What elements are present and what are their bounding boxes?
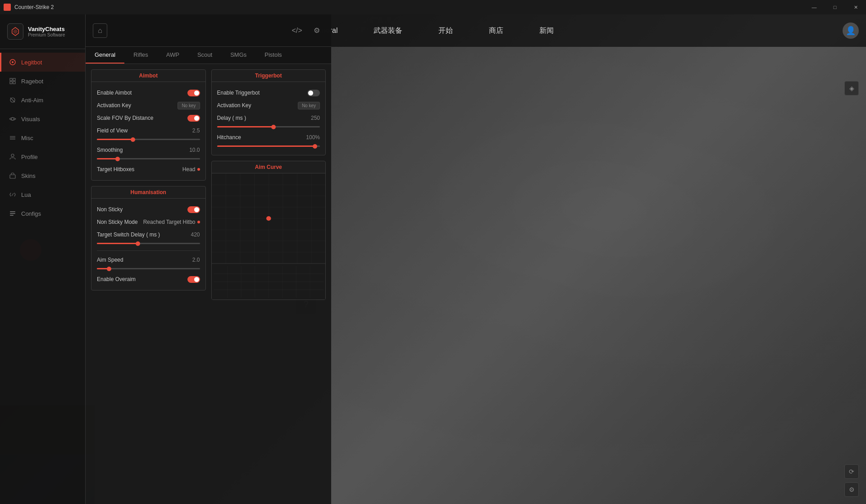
nav-item-start[interactable]: 开始: [438, 26, 453, 36]
activation-key-label: Activation Key: [97, 102, 131, 109]
aim-curve-chart[interactable]: [212, 173, 326, 263]
enable-triggerbot-toggle[interactable]: [307, 90, 320, 96]
sidebar-item-skins[interactable]: Skins: [0, 166, 85, 185]
anti-aim-icon: [9, 96, 17, 104]
lua-icon: [9, 191, 17, 199]
hitchance-slider-fill: [217, 145, 315, 147]
panel-code-button[interactable]: </>: [290, 23, 304, 38]
panel-header-right: </> ⚙: [290, 23, 324, 38]
delay-label: Delay ( ms ): [217, 115, 246, 121]
svg-rect-6: [13, 78, 15, 81]
hitchance-slider-thumb[interactable]: [313, 144, 317, 149]
sidebar-item-visuals[interactable]: Visuals: [0, 109, 85, 128]
toggle-dot-tb: [308, 91, 313, 95]
right-column: Triggerbot Enable Triggerbot Activatio: [211, 69, 326, 499]
smoothing-slider-container: [97, 156, 200, 163]
enable-aimbot-toggle[interactable]: [187, 90, 200, 96]
tb-activation-key-value[interactable]: No key: [298, 102, 320, 109]
close-button[interactable]: ✕: [845, 0, 866, 14]
hitchance-label: Hitchance: [217, 134, 241, 141]
sidebar-item-ragebot[interactable]: Ragebot: [0, 72, 85, 91]
nav-item-shop[interactable]: 商店: [489, 26, 503, 36]
triggerbot-section: Triggerbot Enable Triggerbot Activatio: [211, 69, 326, 155]
sidebar-item-misc[interactable]: Misc: [0, 128, 85, 147]
enable-overaim-label: Enable Overaim: [97, 276, 136, 282]
titlebar: Counter-Strike 2 — □ ✕: [0, 0, 866, 14]
content-area: Aimbot Enable Aimbot Activation Key: [86, 64, 331, 504]
smoothing-label: Smoothing: [97, 147, 123, 153]
sidebar-label-legitbot: Legitbot: [21, 59, 42, 66]
fov-slider-thumb[interactable]: [131, 137, 135, 142]
sidebar-item-lua[interactable]: Lua: [0, 185, 85, 204]
non-sticky-mode-dropdown[interactable]: Reached Target Hitbo: [143, 219, 200, 225]
scale-fov-toggle[interactable]: [187, 115, 200, 122]
activation-key-value[interactable]: No key: [178, 102, 200, 109]
minimize-button[interactable]: —: [804, 0, 825, 14]
target-hitboxes-row: Target Hitboxes Head: [97, 163, 200, 176]
right-icon-1[interactable]: ◈: [844, 81, 859, 95]
avatar-icon[interactable]: 👤: [843, 23, 859, 39]
aim-curve-header: Aim Curve: [212, 161, 326, 173]
sidebar-label-misc: Misc: [21, 135, 33, 141]
toggle-dot-oa: [194, 277, 199, 282]
tab-scout[interactable]: Scout: [188, 47, 221, 64]
enable-aimbot-label: Enable Aimbot: [97, 90, 132, 96]
sidebar-label-anti-aim: Anti-Aim: [21, 97, 43, 104]
aim-curve-lower-chart: [212, 263, 326, 300]
hitchance-slider-track[interactable]: [217, 145, 320, 147]
aim-speed-value: 2.0: [192, 257, 200, 263]
aim-speed-slider-thumb[interactable]: [107, 267, 111, 271]
toggle-dot-fov: [194, 116, 199, 121]
aim-speed-slider-container: [97, 266, 200, 273]
svg-point-4: [12, 61, 14, 63]
tab-smgs[interactable]: SMGs: [221, 47, 255, 64]
non-sticky-mode-indicator: [197, 221, 200, 223]
top-nav-items: General 武器装备 开始 商店 新闻: [312, 26, 554, 36]
fov-label: Field of View: [97, 127, 128, 134]
triggerbot-body: Enable Triggerbot Activation Key No key: [212, 82, 326, 155]
aim-curve-node[interactable]: [266, 216, 271, 221]
svg-rect-8: [13, 82, 15, 84]
sidebar-item-configs[interactable]: Configs: [0, 204, 85, 223]
delay-slider-thumb[interactable]: [271, 125, 276, 129]
brand-sub: Premium Software: [28, 32, 78, 37]
bottom-right-icon-2[interactable]: ⚙: [844, 482, 859, 497]
tab-awp[interactable]: AWP: [157, 47, 188, 64]
nav-item-weapons[interactable]: 武器装备: [374, 26, 402, 36]
delay-slider-track[interactable]: [217, 126, 320, 127]
top-nav-right: 👤: [843, 23, 859, 39]
scale-fov-row: Scale FOV By Distance: [97, 112, 200, 124]
target-switch-delay-value: 420: [191, 232, 200, 238]
sidebar-item-profile[interactable]: Profile: [0, 147, 85, 166]
misc-icon: [9, 134, 17, 142]
smoothing-slider-thumb[interactable]: [115, 157, 120, 161]
toggle-dot-ns: [194, 207, 199, 212]
fov-slider-fill: [97, 139, 133, 140]
target-switch-delay-slider-track[interactable]: [97, 243, 200, 244]
sidebar-item-legitbot[interactable]: Legitbot: [0, 53, 85, 72]
svg-point-15: [11, 154, 14, 157]
bottom-right-icon-1[interactable]: ⟳: [844, 464, 859, 479]
right-side-icons: ◈: [844, 81, 859, 95]
nav-item-news[interactable]: 新闻: [539, 26, 554, 36]
sidebar-item-anti-aim[interactable]: Anti-Aim: [0, 91, 85, 109]
target-hitboxes-dropdown[interactable]: Head: [182, 166, 200, 173]
panel-gear-button[interactable]: ⚙: [310, 23, 324, 38]
tab-rifles[interactable]: Rifles: [124, 47, 157, 64]
maximize-button[interactable]: □: [825, 0, 845, 14]
enable-overaim-toggle[interactable]: [187, 276, 200, 283]
non-sticky-toggle[interactable]: [187, 206, 200, 213]
aimbot-body: Enable Aimbot Activation Key No key: [91, 82, 205, 180]
smoothing-slider-track[interactable]: [97, 158, 200, 159]
configs-icon: [9, 209, 17, 218]
humanisation-section: Humanisation Non Sticky Non Sticky Mod: [91, 186, 206, 291]
fov-slider-track[interactable]: [97, 139, 200, 140]
tab-general[interactable]: General: [86, 47, 124, 64]
target-switch-delay-slider-thumb[interactable]: [136, 241, 140, 246]
panel-home-button[interactable]: ⌂: [93, 23, 107, 38]
sidebar-brand: VanityCheats Premium Software: [0, 14, 85, 49]
sidebar-label-skins: Skins: [21, 173, 36, 179]
brand-name: VanityCheats: [28, 26, 78, 32]
tab-pistols[interactable]: Pistols: [255, 47, 291, 64]
aim-speed-slider-track[interactable]: [97, 268, 200, 269]
